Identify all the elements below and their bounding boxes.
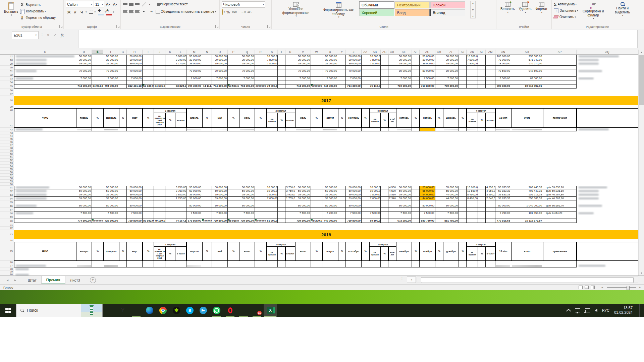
fill-color-icon[interactable]: ◆: [98, 8, 104, 15]
table-header-cell-V[interactable]: июль: [295, 242, 311, 261]
table-header-cell-AB[interactable]: кв. премия: [369, 247, 381, 261]
table-header-cell-AJ[interactable]: %: [459, 108, 467, 128]
cell-R77[interactable]: [255, 264, 266, 267]
table-header-cell-K[interactable]: %: [165, 113, 175, 128]
cell-K77[interactable]: [165, 264, 175, 267]
orientation-icon[interactable]: [141, 2, 147, 6]
cell-R34[interactable]: [255, 80, 266, 84]
column-header-N[interactable]: N: [202, 50, 212, 54]
cell-Y42[interactable]: [338, 128, 346, 131]
cell-M32[interactable]: [186, 73, 202, 77]
cell-M61[interactable]: 50 000,00: [186, 186, 202, 189]
cell-AO33[interactable]: 88 500,00: [511, 77, 543, 80]
cell-X61[interactable]: 50 000,00: [322, 186, 338, 189]
cell-U66[interactable]: [285, 204, 295, 208]
cell-C31[interactable]: [14, 69, 76, 73]
cell-AH61[interactable]: [435, 186, 443, 189]
cell-AE66[interactable]: 80 000,00: [396, 204, 412, 208]
cell-G77[interactable]: [119, 264, 127, 267]
cell-AA67[interactable]: [362, 208, 369, 212]
cell-AK28[interactable]: 7 800,00: [467, 58, 478, 62]
cell-AC63[interactable]: [381, 193, 388, 197]
cell-R63[interactable]: [255, 193, 266, 197]
cell-T31[interactable]: [278, 69, 285, 73]
column-header-W[interactable]: W: [311, 50, 322, 54]
cell-Z64[interactable]: 39 000,00: [346, 197, 362, 200]
cell-AQ28[interactable]: [577, 58, 638, 62]
cell-M35[interactable]: 794 300,00: [186, 84, 202, 88]
row-header-61[interactable]: 61: [0, 186, 14, 189]
cell-AM62[interactable]: 4 950,00: [486, 189, 495, 193]
cell-AP34[interactable]: [543, 80, 577, 84]
delete-cells-button[interactable]: Удалить▾: [517, 1, 533, 14]
cell-O42[interactable]: [212, 128, 228, 131]
merge-center-button[interactable]: Объединить и поместить в центре▾: [156, 8, 216, 15]
cell-E62[interactable]: [92, 189, 103, 193]
cell-M34[interactable]: [186, 80, 202, 84]
scroll-up-icon[interactable]: ▲: [639, 50, 644, 55]
cell-P64[interactable]: [228, 197, 239, 200]
table-header-cell-S[interactable]: кв. премия: [266, 247, 278, 261]
table-header-cell-AH[interactable]: %: [435, 108, 443, 128]
table-header-cell-AO[interactable]: итого: [511, 108, 543, 128]
cell-Q29[interactable]: 39 000,00: [239, 62, 255, 66]
cell-N42[interactable]: [202, 128, 212, 131]
cell-AD30[interactable]: [388, 66, 396, 69]
cell-AJ61[interactable]: [459, 186, 467, 189]
cell-W35[interactable]: ##########: [311, 84, 322, 88]
cell-Q76[interactable]: [239, 261, 255, 264]
cell-AI32[interactable]: [443, 73, 459, 77]
cell-AI77[interactable]: [443, 264, 459, 267]
cell-H66[interactable]: 80 000,00: [127, 204, 143, 208]
cell-M70[interactable]: 679 800,00: [186, 219, 202, 223]
cell-style-Обычный[interactable]: Обычный: [359, 1, 394, 8]
cell-L70[interactable]: 74 167,50: [175, 219, 186, 223]
cell-AL69[interactable]: [478, 215, 486, 219]
cell-AA62[interactable]: [362, 189, 369, 193]
cell-AG76[interactable]: [420, 261, 435, 264]
cell-Y34[interactable]: [338, 80, 346, 84]
cell-AC68[interactable]: [381, 212, 388, 215]
cell-AO31[interactable]: 942 500,00: [511, 69, 543, 73]
cell-E63[interactable]: [92, 193, 103, 197]
cell-R61[interactable]: [255, 186, 266, 189]
cell-AP33[interactable]: [543, 77, 577, 80]
language-indicator[interactable]: РУС: [602, 308, 609, 312]
cell-AG28[interactable]: 39 000,00: [420, 58, 435, 62]
cell-T76[interactable]: [278, 261, 285, 264]
row-header-67[interactable]: 67: [0, 208, 14, 212]
cell-AO63[interactable]: 555 213,33: [511, 193, 543, 197]
cell-N63[interactable]: [202, 193, 212, 197]
cell-style-Нейтральный[interactable]: Нейтральный: [395, 1, 430, 8]
cell-C28[interactable]: [14, 58, 76, 62]
cell-AN34[interactable]: [495, 80, 511, 84]
cell-U30[interactable]: [285, 66, 295, 69]
cell-U35[interactable]: [285, 84, 295, 88]
cell-M33[interactable]: 7 000,00: [186, 77, 202, 80]
column-header-Q[interactable]: Q: [239, 50, 255, 54]
cell-H28[interactable]: 39 000,00: [127, 58, 143, 62]
cell-AI61[interactable]: 55 000,00: [443, 186, 459, 189]
cell-I68[interactable]: [143, 212, 154, 215]
cell-AA30[interactable]: [362, 66, 369, 69]
cell-I77[interactable]: [143, 264, 154, 267]
cell-G32[interactable]: [119, 73, 127, 77]
cell-Z42[interactable]: [346, 128, 362, 131]
cell-Q35[interactable]: 794 300,00: [239, 84, 255, 88]
cell-O77[interactable]: [212, 264, 228, 267]
cell-AP76[interactable]: [543, 261, 577, 264]
cell-X31[interactable]: 70 000,00: [322, 69, 338, 73]
cell-I34[interactable]: [143, 80, 154, 84]
cell-AI28[interactable]: 39 000,00: [443, 58, 459, 62]
table-header-cell-Y[interactable]: %: [338, 242, 346, 261]
cell-E76[interactable]: [92, 261, 103, 264]
cell-AL30[interactable]: [478, 66, 486, 69]
cell-C61[interactable]: [14, 186, 76, 189]
cell-AP42[interactable]: [543, 128, 577, 131]
cell-AA35[interactable]: [362, 84, 369, 88]
cell-AA69[interactable]: [362, 215, 369, 219]
cell-AQ30[interactable]: [577, 66, 638, 69]
cell-O34[interactable]: [212, 80, 228, 84]
column-header-AB[interactable]: AB: [369, 50, 381, 54]
cell-Y35[interactable]: [338, 84, 346, 88]
